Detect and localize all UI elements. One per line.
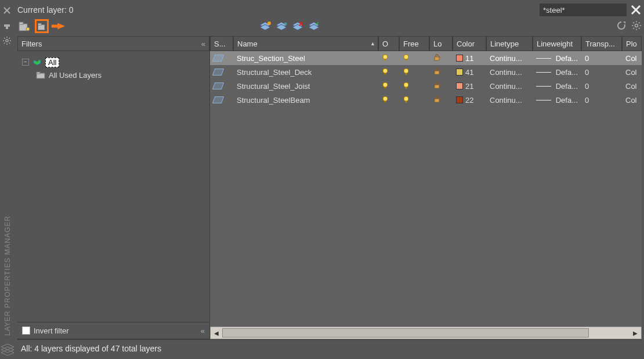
cell-on[interactable] [378,54,399,63]
svg-rect-2 [4,24,10,27]
cell-lock[interactable] [429,68,453,77]
clear-search-icon[interactable] [630,4,642,16]
cell-linetype[interactable]: Continu... [486,96,533,105]
table-row[interactable]: Structural_SteelBeam22Continu...Defa...0… [210,93,642,107]
th-status[interactable]: S... [210,36,233,51]
cell-on[interactable] [378,82,399,91]
cell-name[interactable]: Structural_Steel_Deck [233,68,378,77]
cell-plot[interactable]: Col [622,96,642,105]
search-input[interactable] [540,3,627,16]
lineweight-sample [536,86,551,87]
cell-lineweight[interactable]: Defa... [533,96,581,105]
svg-point-52 [404,96,408,101]
svg-rect-39 [385,73,386,75]
cell-plot[interactable]: Col [622,68,642,77]
svg-rect-48 [435,85,439,88]
cell-on[interactable] [378,68,399,77]
svg-rect-13 [38,25,44,30]
color-swatch [456,69,463,76]
new-layer-icon[interactable] [259,21,272,31]
cell-color[interactable]: 22 [453,96,486,105]
table-row[interactable]: Structural_Steel_Joist21Continu...Defa..… [210,79,642,93]
cell-name[interactable]: Structural_Steel_Joist [233,82,378,91]
cell-color[interactable]: 41 [453,68,486,77]
svg-rect-41 [406,73,407,75]
cell-transparency[interactable]: 0 [581,54,622,63]
color-swatch [456,82,463,89]
cell-lineweight[interactable]: Defa... [533,68,581,77]
invert-filter-checkbox[interactable] [22,326,30,335]
th-plot[interactable]: Plo [622,36,642,51]
th-transparency[interactable]: Transp... [581,36,622,51]
cell-freeze[interactable] [399,96,429,105]
bulb-on-icon [382,54,389,63]
layer-status-icon [212,55,224,62]
set-current-layer-icon[interactable] [307,21,320,31]
table-row[interactable]: Struc_Section_Steel11Continu...Defa...0C… [210,51,642,65]
cell-freeze[interactable] [399,82,429,91]
new-group-filter-icon[interactable] [35,19,49,33]
cell-lock[interactable] [429,82,453,91]
layer-states-manager-icon[interactable] [51,19,65,33]
cell-freeze[interactable] [399,54,429,63]
th-lineweight[interactable]: Lineweight [533,36,581,51]
cell-color[interactable]: 21 [453,82,486,91]
lock-open-icon [433,68,441,77]
new-property-filter-icon[interactable] [17,19,31,33]
cell-transparency[interactable]: 0 [581,96,622,105]
cell-linetype[interactable]: Continu... [486,54,533,63]
cell-plot[interactable]: Col [622,54,642,63]
th-on[interactable]: O [378,36,399,51]
new-layer-freeze-icon[interactable] [275,21,288,31]
cell-linetype[interactable]: Continu... [486,68,533,77]
svg-point-50 [383,96,388,101]
lineweight-sample [536,100,551,100]
svg-point-46 [404,82,408,87]
th-name[interactable]: Name▲ [233,36,378,51]
scroll-right-icon[interactable]: ▶ [629,327,641,339]
color-swatch [456,96,463,103]
th-freeze[interactable]: Free [399,36,429,51]
settings-icon[interactable] [631,20,642,33]
cell-linetype[interactable]: Continu... [486,82,533,91]
color-swatch [456,55,463,62]
cell-freeze[interactable] [399,68,429,77]
tree-item-all[interactable]: All [45,58,59,67]
cell-plot[interactable]: Col [622,82,642,91]
cell-lock[interactable] [429,96,453,105]
cell-lineweight[interactable]: Defa... [533,54,581,63]
th-color[interactable]: Color [453,36,486,51]
filter-check-icon [32,58,42,67]
cell-on[interactable] [378,96,399,105]
status-text: All: 4 layers displayed of 47 total laye… [21,344,161,353]
lineweight-sample [536,72,551,73]
svg-rect-35 [406,59,407,61]
scroll-thumb[interactable] [222,328,589,338]
current-layer-label: Current layer: 0 [17,5,74,15]
refresh-icon[interactable] [616,20,627,33]
cell-lock[interactable] [429,54,453,63]
tree-collapse-toggle[interactable]: − [22,59,29,66]
tree-item-used[interactable]: All Used Layers [49,71,102,80]
sun-icon [403,96,410,105]
sun-icon [403,68,410,77]
pin-icon[interactable] [2,21,13,31]
cell-transparency[interactable]: 0 [581,68,622,77]
th-linetype[interactable]: Linetype [486,36,533,51]
cell-lineweight[interactable]: Defa... [533,82,581,91]
svg-rect-45 [385,87,386,89]
close-panel-icon[interactable] [2,6,13,16]
cell-transparency[interactable]: 0 [581,82,622,91]
cell-name[interactable]: Structural_SteelBeam [233,96,378,105]
horizontal-scrollbar[interactable]: ◀ ▶ [210,326,642,339]
scroll-left-icon[interactable]: ◀ [211,327,222,339]
collapse-filters-icon[interactable]: « [201,40,205,48]
cell-name[interactable]: Struc_Section_Steel [233,54,378,63]
settings-rail-icon[interactable] [2,36,13,46]
collapse-invert-icon[interactable]: « [201,326,205,335]
table-row[interactable]: Structural_Steel_Deck41Continu...Defa...… [210,65,642,79]
delete-layer-icon[interactable] [291,21,304,31]
bulb-on-icon [382,68,389,77]
cell-color[interactable]: 11 [453,54,486,63]
th-lock[interactable]: Lo [429,36,453,51]
